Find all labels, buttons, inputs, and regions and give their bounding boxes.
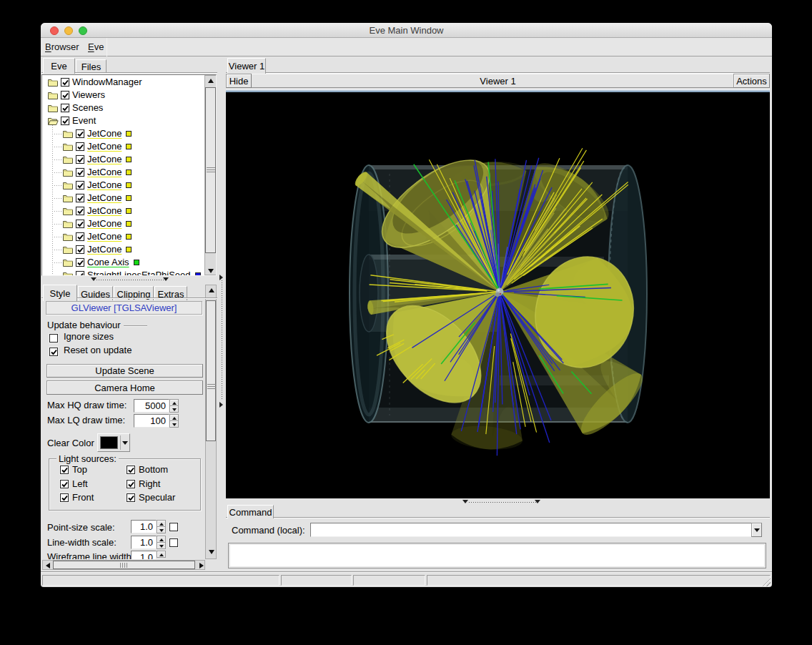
tree-item-label: Cone Axis: [87, 257, 129, 267]
menu-eve[interactable]: Eve: [88, 41, 104, 52]
light-bottom-checkbox[interactable]: [127, 466, 135, 474]
max-hq-spinner[interactable]: [169, 399, 179, 413]
command-combo-dropdown[interactable]: [751, 523, 762, 537]
light-right-label: Right: [139, 478, 160, 489]
max-lq-entry[interactable]: 100: [134, 414, 169, 428]
tree-item-color-swatch: [126, 157, 132, 162]
viewer-command-splitter[interactable]: [226, 499, 770, 506]
tree-item-checkbox[interactable]: [76, 245, 84, 254]
tab-style[interactable]: Style: [43, 285, 77, 301]
light-top-checkbox[interactable]: [60, 466, 69, 474]
tab-eve[interactable]: Eve: [43, 58, 75, 74]
tree-item-checkbox[interactable]: [61, 104, 69, 112]
light-front-checkbox[interactable]: [60, 493, 69, 502]
tree-scroll-down-icon[interactable]: [208, 269, 214, 273]
light-left-checkbox[interactable]: [60, 480, 69, 488]
clear-color-label: Clear Color: [47, 438, 94, 448]
ged-name-button[interactable]: GLViewer [TGLSAViewer]: [46, 301, 202, 315]
tree-item-checkbox[interactable]: [76, 181, 84, 189]
line-width-checkbox[interactable]: [169, 538, 178, 547]
title-bar[interactable]: Eve Main Window: [41, 23, 772, 38]
light-right-checkbox[interactable]: [127, 480, 135, 488]
tab-viewer-1[interactable]: Viewer 1: [227, 58, 266, 74]
editor-scroll-up-icon[interactable]: [209, 288, 214, 292]
tree-item-label: JetCone: [87, 141, 122, 152]
tree-item-checkbox[interactable]: [61, 91, 69, 99]
tree-item-checkbox[interactable]: [76, 194, 84, 202]
tree-item-checkbox[interactable]: [76, 129, 84, 138]
tree-item-event[interactable]: Event: [43, 114, 204, 127]
point-size-entry[interactable]: 1.0: [131, 520, 157, 533]
tree-item-checkbox[interactable]: [61, 78, 69, 87]
point-size-label: Point-size scale:: [47, 522, 115, 533]
editor-scroll-right-icon[interactable]: [199, 563, 204, 568]
light-specular-checkbox[interactable]: [127, 493, 135, 502]
max-hq-entry[interactable]: 5000: [134, 399, 169, 413]
tree-item-windowmanager[interactable]: WindowManager: [43, 76, 204, 89]
tree-item-checkbox[interactable]: [76, 155, 84, 164]
tree-scroll-thumb[interactable]: [205, 87, 216, 253]
editor-scroll-thumb[interactable]: [206, 300, 216, 441]
max-lq-spinner[interactable]: [169, 414, 179, 428]
tree-item-checkbox[interactable]: [61, 117, 69, 125]
editor-hscroll-thumb[interactable]: [53, 561, 195, 569]
tree-item-checkbox[interactable]: [76, 168, 84, 177]
update-scene-button[interactable]: Update Scene: [46, 364, 203, 378]
point-size-checkbox[interactable]: [169, 523, 178, 531]
tree-item-checkbox[interactable]: [76, 258, 84, 267]
menu-browser[interactable]: Browser: [45, 41, 79, 52]
ignore-sizes-checkbox[interactable]: [49, 334, 58, 343]
reset-on-update-checkbox[interactable]: [49, 348, 58, 356]
editor-scroll-down-icon[interactable]: [209, 550, 214, 554]
tree-item-checkbox[interactable]: [76, 220, 84, 228]
line-width-spinner[interactable]: [157, 536, 166, 549]
wireframe-spinner[interactable]: [157, 551, 166, 559]
wireframe-entry[interactable]: 1.0: [131, 551, 157, 559]
max-hq-label: Max HQ draw time:: [47, 400, 127, 410]
editor-vscrollbar[interactable]: [205, 285, 217, 559]
viewer-pane: Viewer 1 Viewer 1 Hide Actions Command C…: [224, 57, 772, 573]
tree-item-jetcone[interactable]: JetCone: [43, 205, 204, 217]
actions-button[interactable]: Actions: [733, 74, 770, 88]
tree-item-jetcone[interactable]: JetCone: [43, 230, 204, 243]
tree-item-checkbox[interactable]: [76, 271, 84, 276]
hide-button[interactable]: Hide: [226, 74, 252, 88]
gl-viewport[interactable]: [226, 92, 770, 498]
tree-item-label: Scenes: [72, 102, 103, 113]
eve-tree[interactable]: WindowManagerViewersScenesEventJetConeJe…: [43, 75, 204, 276]
command-output[interactable]: [228, 543, 766, 568]
editor-scroll-left-icon[interactable]: [46, 563, 50, 568]
tree-item-jetcone[interactable]: JetCone: [43, 217, 204, 230]
tree-item-color-swatch: [126, 208, 132, 214]
point-size-spinner[interactable]: [157, 520, 166, 533]
tree-editor-splitter[interactable]: [41, 276, 217, 283]
tab-files[interactable]: Files: [76, 59, 107, 73]
tree-item-viewers[interactable]: Viewers: [43, 89, 204, 102]
tree-item-jetcone[interactable]: JetCone: [43, 243, 204, 256]
vsplitter-arrow2-icon: [219, 402, 223, 408]
tree-item-jetcone[interactable]: JetCone: [43, 192, 204, 205]
tree-item-jetcone[interactable]: JetCone: [43, 140, 204, 153]
tree-item-checkbox[interactable]: [76, 232, 84, 241]
tree-vscrollbar[interactable]: [204, 75, 217, 275]
folder-icon: [62, 270, 74, 276]
line-width-entry[interactable]: 1.0: [131, 536, 157, 549]
camera-home-button[interactable]: Camera Home: [46, 380, 203, 395]
tab-command[interactable]: Command: [227, 505, 274, 518]
tree-scroll-up-icon[interactable]: [208, 79, 214, 83]
main-vsplitter[interactable]: [217, 57, 224, 573]
editor-hscrollbar[interactable]: [42, 560, 205, 570]
tree-item-scenes[interactable]: Scenes: [43, 102, 204, 114]
tree-item-checkbox[interactable]: [76, 142, 84, 151]
tree-item-jetcone[interactable]: JetCone: [43, 153, 204, 166]
light-left-label: Left: [72, 478, 88, 489]
command-combo-input[interactable]: [310, 523, 762, 537]
tree-item-label: JetCone: [87, 128, 122, 139]
tree-item-jetcone[interactable]: JetCone: [43, 166, 204, 179]
tree-item-straightlinesetaphiseed[interactable]: StraightLinesEtaPhiSeed: [43, 269, 204, 276]
tree-item-cone-axis[interactable]: Cone Axis: [43, 256, 204, 269]
tree-item-checkbox[interactable]: [76, 207, 84, 215]
tree-item-jetcone[interactable]: JetCone: [43, 127, 204, 140]
tree-item-jetcone[interactable]: JetCone: [43, 179, 204, 192]
clear-color-select[interactable]: [97, 433, 130, 452]
